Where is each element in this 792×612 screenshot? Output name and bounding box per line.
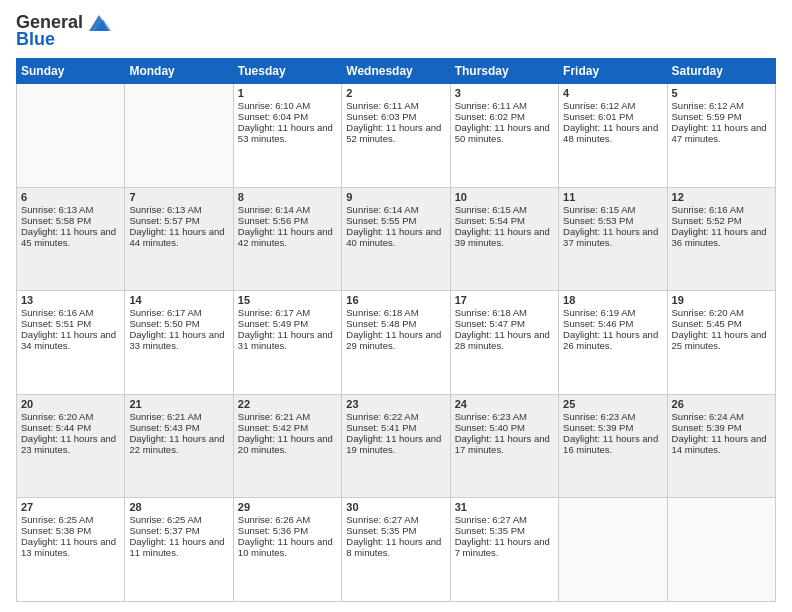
sunset-text: Sunset: 5:47 PM bbox=[455, 318, 554, 329]
sunset-text: Sunset: 5:57 PM bbox=[129, 215, 228, 226]
sunset-text: Sunset: 5:54 PM bbox=[455, 215, 554, 226]
daylight-text: Daylight: 11 hours and 26 minutes. bbox=[563, 329, 662, 351]
calendar-table: SundayMondayTuesdayWednesdayThursdayFrid… bbox=[16, 58, 776, 602]
col-header-thursday: Thursday bbox=[450, 59, 558, 84]
calendar-cell: 16Sunrise: 6:18 AMSunset: 5:48 PMDayligh… bbox=[342, 291, 450, 395]
sunrise-text: Sunrise: 6:16 AM bbox=[672, 204, 771, 215]
daylight-text: Daylight: 11 hours and 22 minutes. bbox=[129, 433, 228, 455]
calendar-cell: 8Sunrise: 6:14 AMSunset: 5:56 PMDaylight… bbox=[233, 187, 341, 291]
sunset-text: Sunset: 5:42 PM bbox=[238, 422, 337, 433]
week-row-5: 27Sunrise: 6:25 AMSunset: 5:38 PMDayligh… bbox=[17, 498, 776, 602]
daylight-text: Daylight: 11 hours and 20 minutes. bbox=[238, 433, 337, 455]
calendar-cell: 2Sunrise: 6:11 AMSunset: 6:03 PMDaylight… bbox=[342, 84, 450, 188]
calendar-cell: 13Sunrise: 6:16 AMSunset: 5:51 PMDayligh… bbox=[17, 291, 125, 395]
week-row-3: 13Sunrise: 6:16 AMSunset: 5:51 PMDayligh… bbox=[17, 291, 776, 395]
day-number: 6 bbox=[21, 191, 120, 203]
daylight-text: Daylight: 11 hours and 17 minutes. bbox=[455, 433, 554, 455]
day-number: 8 bbox=[238, 191, 337, 203]
day-number: 19 bbox=[672, 294, 771, 306]
calendar-cell: 15Sunrise: 6:17 AMSunset: 5:49 PMDayligh… bbox=[233, 291, 341, 395]
calendar-cell: 7Sunrise: 6:13 AMSunset: 5:57 PMDaylight… bbox=[125, 187, 233, 291]
day-number: 24 bbox=[455, 398, 554, 410]
calendar-cell bbox=[667, 498, 775, 602]
sunrise-text: Sunrise: 6:25 AM bbox=[21, 514, 120, 525]
sunrise-text: Sunrise: 6:14 AM bbox=[346, 204, 445, 215]
sunrise-text: Sunrise: 6:17 AM bbox=[238, 307, 337, 318]
sunrise-text: Sunrise: 6:20 AM bbox=[21, 411, 120, 422]
sunset-text: Sunset: 5:39 PM bbox=[563, 422, 662, 433]
sunrise-text: Sunrise: 6:23 AM bbox=[455, 411, 554, 422]
daylight-text: Daylight: 11 hours and 40 minutes. bbox=[346, 226, 445, 248]
day-number: 18 bbox=[563, 294, 662, 306]
sunrise-text: Sunrise: 6:24 AM bbox=[672, 411, 771, 422]
calendar-cell: 29Sunrise: 6:26 AMSunset: 5:36 PMDayligh… bbox=[233, 498, 341, 602]
week-row-2: 6Sunrise: 6:13 AMSunset: 5:58 PMDaylight… bbox=[17, 187, 776, 291]
sunrise-text: Sunrise: 6:12 AM bbox=[563, 100, 662, 111]
sunset-text: Sunset: 5:51 PM bbox=[21, 318, 120, 329]
day-number: 17 bbox=[455, 294, 554, 306]
calendar-cell: 22Sunrise: 6:21 AMSunset: 5:42 PMDayligh… bbox=[233, 394, 341, 498]
daylight-text: Daylight: 11 hours and 14 minutes. bbox=[672, 433, 771, 455]
day-number: 12 bbox=[672, 191, 771, 203]
daylight-text: Daylight: 11 hours and 10 minutes. bbox=[238, 536, 337, 558]
week-row-4: 20Sunrise: 6:20 AMSunset: 5:44 PMDayligh… bbox=[17, 394, 776, 498]
sunset-text: Sunset: 5:52 PM bbox=[672, 215, 771, 226]
day-number: 1 bbox=[238, 87, 337, 99]
col-header-tuesday: Tuesday bbox=[233, 59, 341, 84]
day-number: 27 bbox=[21, 501, 120, 513]
calendar-cell: 19Sunrise: 6:20 AMSunset: 5:45 PMDayligh… bbox=[667, 291, 775, 395]
sunrise-text: Sunrise: 6:18 AM bbox=[346, 307, 445, 318]
calendar-cell: 18Sunrise: 6:19 AMSunset: 5:46 PMDayligh… bbox=[559, 291, 667, 395]
day-number: 9 bbox=[346, 191, 445, 203]
daylight-text: Daylight: 11 hours and 39 minutes. bbox=[455, 226, 554, 248]
daylight-text: Daylight: 11 hours and 13 minutes. bbox=[21, 536, 120, 558]
calendar-cell: 30Sunrise: 6:27 AMSunset: 5:35 PMDayligh… bbox=[342, 498, 450, 602]
daylight-text: Daylight: 11 hours and 25 minutes. bbox=[672, 329, 771, 351]
day-number: 29 bbox=[238, 501, 337, 513]
calendar-cell: 12Sunrise: 6:16 AMSunset: 5:52 PMDayligh… bbox=[667, 187, 775, 291]
sunrise-text: Sunrise: 6:23 AM bbox=[563, 411, 662, 422]
calendar-cell: 3Sunrise: 6:11 AMSunset: 6:02 PMDaylight… bbox=[450, 84, 558, 188]
calendar-cell bbox=[125, 84, 233, 188]
col-header-sunday: Sunday bbox=[17, 59, 125, 84]
day-number: 22 bbox=[238, 398, 337, 410]
calendar-cell: 9Sunrise: 6:14 AMSunset: 5:55 PMDaylight… bbox=[342, 187, 450, 291]
calendar-cell: 21Sunrise: 6:21 AMSunset: 5:43 PMDayligh… bbox=[125, 394, 233, 498]
sunset-text: Sunset: 6:03 PM bbox=[346, 111, 445, 122]
logo-icon bbox=[85, 13, 113, 33]
day-number: 13 bbox=[21, 294, 120, 306]
calendar-cell: 10Sunrise: 6:15 AMSunset: 5:54 PMDayligh… bbox=[450, 187, 558, 291]
daylight-text: Daylight: 11 hours and 50 minutes. bbox=[455, 122, 554, 144]
calendar-cell: 6Sunrise: 6:13 AMSunset: 5:58 PMDaylight… bbox=[17, 187, 125, 291]
col-header-wednesday: Wednesday bbox=[342, 59, 450, 84]
day-number: 21 bbox=[129, 398, 228, 410]
header-row: SundayMondayTuesdayWednesdayThursdayFrid… bbox=[17, 59, 776, 84]
daylight-text: Daylight: 11 hours and 48 minutes. bbox=[563, 122, 662, 144]
calendar-cell: 4Sunrise: 6:12 AMSunset: 6:01 PMDaylight… bbox=[559, 84, 667, 188]
daylight-text: Daylight: 11 hours and 52 minutes. bbox=[346, 122, 445, 144]
day-number: 25 bbox=[563, 398, 662, 410]
calendar-cell: 5Sunrise: 6:12 AMSunset: 5:59 PMDaylight… bbox=[667, 84, 775, 188]
daylight-text: Daylight: 11 hours and 34 minutes. bbox=[21, 329, 120, 351]
sunset-text: Sunset: 5:35 PM bbox=[455, 525, 554, 536]
day-number: 10 bbox=[455, 191, 554, 203]
day-number: 31 bbox=[455, 501, 554, 513]
day-number: 15 bbox=[238, 294, 337, 306]
daylight-text: Daylight: 11 hours and 42 minutes. bbox=[238, 226, 337, 248]
sunset-text: Sunset: 5:37 PM bbox=[129, 525, 228, 536]
sunrise-text: Sunrise: 6:27 AM bbox=[455, 514, 554, 525]
day-number: 11 bbox=[563, 191, 662, 203]
daylight-text: Daylight: 11 hours and 45 minutes. bbox=[21, 226, 120, 248]
sunset-text: Sunset: 6:01 PM bbox=[563, 111, 662, 122]
sunset-text: Sunset: 5:55 PM bbox=[346, 215, 445, 226]
day-number: 14 bbox=[129, 294, 228, 306]
day-number: 7 bbox=[129, 191, 228, 203]
sunset-text: Sunset: 6:02 PM bbox=[455, 111, 554, 122]
calendar-cell: 24Sunrise: 6:23 AMSunset: 5:40 PMDayligh… bbox=[450, 394, 558, 498]
day-number: 2 bbox=[346, 87, 445, 99]
sunrise-text: Sunrise: 6:25 AM bbox=[129, 514, 228, 525]
sunrise-text: Sunrise: 6:13 AM bbox=[129, 204, 228, 215]
sunrise-text: Sunrise: 6:21 AM bbox=[238, 411, 337, 422]
sunrise-text: Sunrise: 6:10 AM bbox=[238, 100, 337, 111]
day-number: 16 bbox=[346, 294, 445, 306]
